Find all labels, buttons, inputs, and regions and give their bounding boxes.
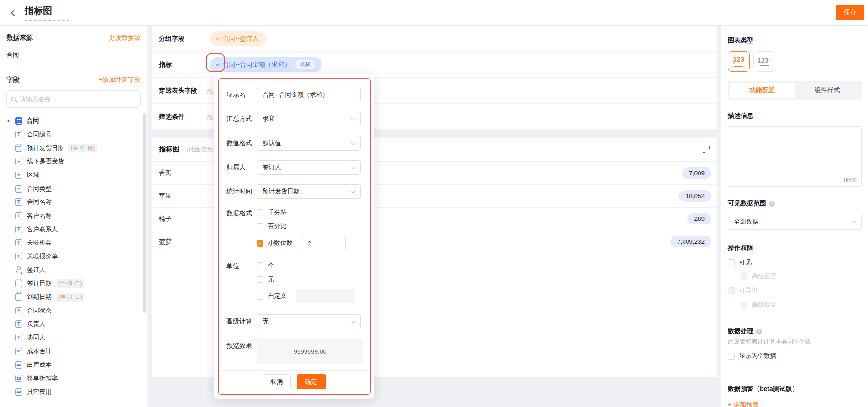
number-field-icon bbox=[15, 348, 22, 355]
sidebar-divider bbox=[6, 68, 141, 68]
fullscreen-icon[interactable] bbox=[703, 146, 710, 153]
add-alert-link[interactable]: + 添加预警 bbox=[728, 401, 862, 407]
display-name-input[interactable] bbox=[263, 92, 355, 99]
tab-function-config[interactable]: 功能配置 bbox=[730, 83, 795, 98]
field-item[interactable]: 到期日期(年-月-日) bbox=[6, 290, 141, 304]
help-icon[interactable] bbox=[769, 201, 775, 207]
back-button[interactable] bbox=[6, 5, 22, 21]
field-item[interactable]: 签订人 bbox=[6, 263, 141, 277]
filter-drop-hint: 拖 bbox=[207, 113, 213, 121]
date-field-icon bbox=[15, 293, 22, 301]
dialog-footer-divider bbox=[219, 370, 369, 371]
number-format-select[interactable]: 默认值 bbox=[257, 136, 361, 151]
datasource-heading: 数据来源 bbox=[6, 33, 33, 42]
char-counter: 0/500 bbox=[844, 177, 857, 183]
percent-checkbox[interactable]: 百分比 bbox=[257, 222, 346, 230]
aggregation-select[interactable]: 求和 bbox=[257, 112, 361, 126]
perm-visible-advanced-checkbox[interactable]: 高级设置 bbox=[728, 272, 862, 281]
aggregation-badge: 求和 bbox=[295, 60, 315, 69]
field-item[interactable]: 签订日期(年-月-日) bbox=[6, 277, 141, 291]
thousand-separator-checkbox[interactable]: 千分符 bbox=[257, 209, 346, 217]
unit-custom-checkbox[interactable]: 自定义 bbox=[257, 289, 355, 303]
owner-label: 归属人 bbox=[226, 160, 257, 175]
decimal-places-input[interactable] bbox=[308, 240, 340, 247]
sidebar-scrollbar[interactable] bbox=[143, 113, 146, 313]
field-item[interactable]: 其它费用 bbox=[6, 385, 141, 399]
checkbox-checked-icon[interactable] bbox=[257, 240, 263, 247]
field-search-box[interactable] bbox=[6, 90, 141, 108]
unit-label: 单位 bbox=[226, 261, 257, 303]
chevron-down-icon[interactable] bbox=[216, 62, 220, 66]
checkbox-icon[interactable] bbox=[728, 353, 735, 360]
chart-type-metric-button[interactable]: 123 ▲ bbox=[728, 51, 750, 72]
checkbox-icon[interactable] bbox=[257, 276, 263, 283]
checkbox-icon[interactable] bbox=[728, 259, 735, 266]
change-datasource-link[interactable]: 更改数据源 bbox=[109, 34, 141, 42]
chart-type-metric-trend-button[interactable]: 123+ bbox=[753, 51, 775, 72]
select-field-icon bbox=[15, 185, 22, 193]
number-field-icon bbox=[15, 375, 22, 382]
chevron-down-icon[interactable] bbox=[216, 36, 220, 40]
number-field-icon bbox=[15, 361, 22, 369]
metric-tag[interactable]: 合同--合同金额（求和） 求和 bbox=[210, 57, 322, 72]
field-item[interactable]: 关联报价单 bbox=[6, 250, 141, 263]
group-field-tag[interactable]: 合同--签订人 bbox=[210, 31, 266, 46]
checkbox-icon bbox=[741, 273, 747, 280]
field-item[interactable]: 负责人 bbox=[6, 318, 141, 331]
field-item[interactable]: 合同状态 bbox=[6, 304, 141, 318]
field-item[interactable]: 成本合计 bbox=[6, 344, 141, 358]
tree-root-contract[interactable]: ▼ 合同 bbox=[6, 114, 141, 128]
chevron-down-icon bbox=[351, 318, 356, 323]
tab-component-style[interactable]: 组件样式 bbox=[795, 83, 860, 98]
field-item[interactable]: 合同编号 bbox=[6, 128, 141, 141]
field-item[interactable]: 协同人 bbox=[6, 331, 141, 344]
chevron-down-icon bbox=[351, 188, 356, 193]
visible-range-select[interactable]: 全部数据 bbox=[728, 214, 862, 230]
decimal-places-checkbox[interactable]: 小数位数 bbox=[257, 236, 346, 250]
custom-unit-input[interactable] bbox=[296, 289, 355, 303]
settings-panel: 图表类型 123 ▲ 123+ 功能配置 组件样式 描述信息 0/500 可见数… bbox=[721, 26, 868, 407]
value-badge: 289 bbox=[687, 213, 711, 224]
tree-expand-caret-icon[interactable]: ▼ bbox=[6, 119, 11, 123]
help-icon[interactable] bbox=[756, 329, 762, 334]
time-dimension-select[interactable]: 预计发货日期 bbox=[257, 184, 361, 199]
checkbox-icon[interactable] bbox=[257, 209, 263, 216]
field-item[interactable]: 关联机会 bbox=[6, 236, 141, 250]
unit-ge-checkbox[interactable]: 个 bbox=[257, 261, 355, 270]
advanced-calc-select[interactable]: 无 bbox=[257, 314, 361, 329]
add-calc-field-link[interactable]: +添加计算字段 bbox=[99, 76, 141, 84]
field-item[interactable]: 出库成本 bbox=[6, 358, 141, 372]
description-textarea[interactable] bbox=[728, 127, 861, 186]
field-item[interactable]: 线下是否发货 bbox=[6, 155, 141, 168]
perm-export-advanced-checkbox[interactable]: 高级设置 bbox=[728, 301, 862, 309]
field-item[interactable]: 客户名称 bbox=[6, 209, 141, 223]
field-item[interactable]: 客户联系人 bbox=[6, 223, 141, 236]
checkbox-icon[interactable] bbox=[257, 223, 263, 230]
field-item[interactable]: 合同类型 bbox=[6, 182, 141, 196]
drill-drop-hint: 拖 bbox=[207, 87, 213, 95]
text-field-icon bbox=[15, 334, 22, 341]
perm-export-checkbox[interactable]: 可导出 bbox=[728, 287, 862, 295]
field-item[interactable]: 预计发货日期(年-月-日) bbox=[6, 141, 141, 155]
field-item[interactable]: 合同名称 bbox=[6, 195, 141, 209]
text-field-icon bbox=[15, 131, 22, 138]
drill-header-label: 穿透表头字段 bbox=[159, 87, 210, 95]
field-item[interactable]: 整单折扣率 bbox=[6, 371, 141, 385]
save-button[interactable]: 保存 bbox=[836, 5, 864, 20]
cancel-button[interactable]: 取消 bbox=[263, 374, 291, 389]
metric-chart-icon: 123 bbox=[733, 56, 745, 63]
show-empty-checkbox[interactable]: 显示为空数据 bbox=[728, 352, 862, 360]
perm-visible-checkbox[interactable]: 可见 bbox=[728, 258, 862, 266]
field-search-input[interactable] bbox=[20, 96, 136, 103]
field-tree: ▼ 合同 合同编号 预计发货日期(年-月-日) 线下是否发货 区域 合同类型 合… bbox=[6, 114, 141, 399]
owner-select[interactable]: 签订人 bbox=[257, 160, 361, 175]
aggregation-label: 汇总方式 bbox=[226, 112, 257, 126]
description-box: 0/500 bbox=[728, 126, 862, 187]
confirm-button[interactable]: 确定 bbox=[297, 374, 326, 389]
field-item[interactable]: 区域 bbox=[6, 168, 141, 182]
checkbox-icon[interactable] bbox=[257, 293, 263, 300]
date-field-icon bbox=[15, 145, 22, 152]
checkbox-icon[interactable] bbox=[257, 262, 263, 269]
unit-yuan-checkbox[interactable]: 元 bbox=[257, 275, 355, 283]
data-processing-note: 此设置和累计计算不会同时生效 bbox=[728, 338, 862, 346]
